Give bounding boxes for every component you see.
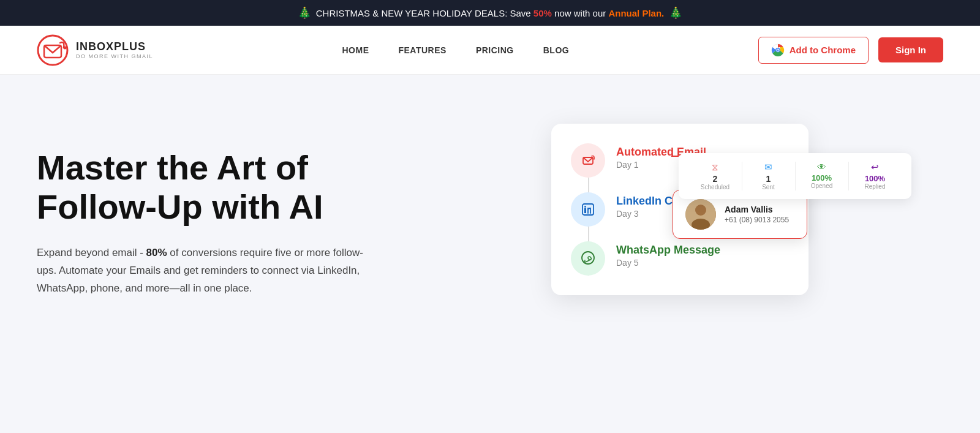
whatsapp-seq-day: Day 5 xyxy=(616,258,789,268)
holiday-banner: 🎄 CHRISTMAS & NEW YEAR HOLIDAY DEALS: Sa… xyxy=(0,0,980,26)
stats-card-wrapper: ⧖ 2 Scheduled ✉ 1 Sent 👁 100% Opene xyxy=(679,148,911,214)
stat-replied: ↩ 100% Replied xyxy=(848,159,902,193)
chrome-icon xyxy=(771,43,785,57)
whatsapp-seq-content: WhatsApp Message Day 5 xyxy=(616,241,789,268)
replied-icon: ↩ xyxy=(871,162,879,173)
stat-scheduled: ⧖ 2 Scheduled xyxy=(688,159,742,193)
linkedin-icon xyxy=(579,201,597,218)
email-icon xyxy=(579,152,597,169)
sequence-card: Automated Email Day 1 ⧖ 2 Scheduled xyxy=(551,124,809,295)
banner-text: CHRISTMAS & NEW YEAR HOLIDAY DEALS: Save… xyxy=(316,8,665,18)
sequence-item-whatsapp: WhatsApp Message Day 5 Adam Valli xyxy=(571,241,789,276)
sent-icon: ✉ xyxy=(764,162,772,173)
bell-icon-right: 🎄 xyxy=(669,6,682,20)
whatsapp-seq-icon xyxy=(571,241,605,276)
logo[interactable]: INBOXPLUS DO MORE WITH GMAIL xyxy=(37,34,153,66)
sign-in-button[interactable]: Sign In xyxy=(878,37,943,62)
opened-icon: 👁 xyxy=(817,162,826,172)
whatsapp-icon xyxy=(579,250,597,267)
sequence-item-email: Automated Email Day 1 ⧖ 2 Scheduled xyxy=(571,143,789,178)
svg-point-0 xyxy=(38,36,67,65)
logo-text: INBOXPLUS DO MORE WITH GMAIL xyxy=(76,40,153,59)
hero-section: Master the Art of Follow-Up with AI Expa… xyxy=(0,75,980,430)
email-seq-icon xyxy=(571,143,605,178)
add-to-chrome-button[interactable]: Add to Chrome xyxy=(758,37,869,64)
nav-pricing[interactable]: PRICING xyxy=(476,45,514,56)
bell-icon: 🎄 xyxy=(298,6,311,20)
nav-home[interactable]: HOME xyxy=(342,45,369,56)
contact-phone: +61 (08) 9013 2055 xyxy=(725,216,789,224)
linkedin-seq-icon xyxy=(571,192,605,227)
svg-rect-11 xyxy=(584,208,586,213)
hero-title: Master the Art of Follow-Up with AI xyxy=(37,148,417,227)
main-nav: INBOXPLUS DO MORE WITH GMAIL HOME FEATUR… xyxy=(0,26,980,75)
svg-point-7 xyxy=(777,49,778,51)
hero-left: Master the Art of Follow-Up with AI Expa… xyxy=(37,111,417,319)
nav-links: HOME FEATURES PRICING BLOG xyxy=(342,45,569,56)
card-padding-bottom xyxy=(571,283,789,295)
svg-point-8 xyxy=(580,152,596,168)
stats-card: ⧖ 2 Scheduled ✉ 1 Sent 👁 100% Opene xyxy=(679,153,911,199)
scheduled-icon: ⧖ xyxy=(712,162,718,173)
stat-opened: 👁 100% Opened xyxy=(795,159,848,193)
hero-desc: Expand beyond email - 80% of conversions… xyxy=(37,244,368,298)
whatsapp-seq-title: WhatsApp Message xyxy=(616,244,789,257)
nav-actions: Add to Chrome Sign In xyxy=(758,37,943,64)
nav-blog[interactable]: BLOG xyxy=(543,45,569,56)
hero-right: Automated Email Day 1 ⧖ 2 Scheduled xyxy=(417,111,943,295)
stat-sent: ✉ 1 Sent xyxy=(742,159,795,193)
red-connector-line xyxy=(671,156,679,157)
nav-features[interactable]: FEATURES xyxy=(398,45,446,56)
svg-point-2 xyxy=(64,46,67,49)
logo-icon xyxy=(37,34,69,66)
svg-point-12 xyxy=(584,206,586,208)
